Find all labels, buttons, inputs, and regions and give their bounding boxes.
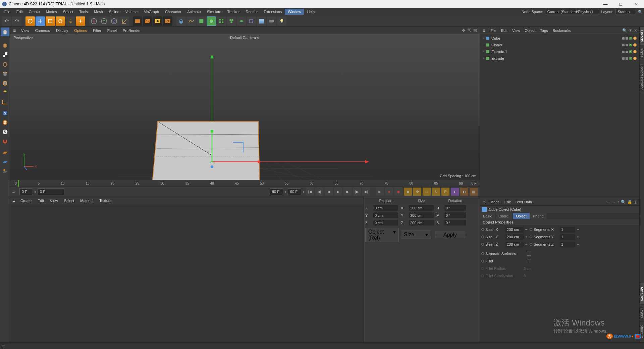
object-row[interactable]: └Cube	[480, 35, 639, 42]
add-camera[interactable]	[267, 16, 276, 26]
goto-start[interactable]: |◀	[306, 188, 314, 196]
prev-key[interactable]: ◀|	[315, 188, 323, 196]
menu-mograph[interactable]: MoGraph	[141, 9, 162, 15]
object-list[interactable]: └Cube└Cloner└Extrude.1└Extrude	[480, 34, 639, 198]
snap-mode[interactable]: S	[1, 128, 9, 136]
hamburger-icon[interactable]: ≡	[2, 343, 5, 349]
x-axis-lock[interactable]: X	[89, 16, 99, 26]
sidetab-layers[interactable]: Layers	[640, 304, 644, 321]
next-key[interactable]: |▶	[353, 188, 361, 196]
snap-settings[interactable]: S	[1, 118, 9, 127]
menu-select[interactable]: Select	[60, 9, 76, 15]
seg-x-input[interactable]	[560, 227, 575, 233]
search-icon[interactable]: 🔍	[622, 28, 627, 33]
snap-toggle[interactable]: S	[1, 109, 9, 117]
size-x-input[interactable]	[505, 227, 524, 233]
record-button[interactable]: ●	[385, 188, 393, 196]
menu-character[interactable]: Character	[162, 9, 184, 15]
play-button[interactable]: ▶	[334, 188, 342, 196]
workplane-mode[interactable]	[1, 60, 9, 68]
matmenu-material[interactable]: Material	[77, 198, 96, 204]
object-row[interactable]: └Extrude.1	[480, 48, 639, 55]
seg-z-input[interactable]	[560, 242, 575, 247]
coord-mode-dd[interactable]: Object (Rel)▾	[365, 228, 399, 242]
matmenu-select[interactable]: Select	[61, 198, 77, 204]
object-mode[interactable]	[1, 41, 9, 50]
menu-file[interactable]: File	[1, 9, 13, 15]
layout-dropdown[interactable]: Startup	[615, 9, 636, 14]
fillet-check[interactable]	[527, 259, 531, 263]
model-mode[interactable]	[1, 28, 9, 36]
move-tool[interactable]	[36, 16, 45, 26]
phong-tag[interactable]	[633, 37, 637, 40]
add-array[interactable]	[217, 16, 226, 26]
add-field[interactable]	[237, 16, 246, 26]
redo-button[interactable]	[12, 16, 21, 26]
render-active[interactable]	[133, 16, 142, 26]
add-generator[interactable]	[197, 16, 206, 26]
lock-icon[interactable]: 🔒	[627, 200, 632, 204]
key-pla[interactable]: ◧	[451, 188, 459, 196]
eye-icon[interactable]: 👁	[629, 28, 633, 33]
search-icon[interactable]: 🔍	[638, 9, 643, 14]
apply-button[interactable]: Apply	[435, 232, 465, 238]
minimize-button[interactable]: —	[598, 0, 613, 8]
z-axis-lock[interactable]: Z	[109, 16, 119, 26]
workplane-1[interactable]	[1, 148, 9, 157]
phong-tag[interactable]	[633, 43, 637, 47]
point-mode[interactable]	[1, 69, 9, 78]
pos-y[interactable]	[373, 212, 398, 218]
record-key[interactable]: ◉	[394, 188, 402, 196]
goto-end[interactable]: ▶|	[362, 188, 370, 196]
rot-b[interactable]	[444, 220, 466, 226]
menu-window[interactable]: Window	[285, 9, 304, 15]
coord-size-dd[interactable]: Size▾	[401, 231, 431, 239]
size-x[interactable]	[409, 205, 434, 211]
x-icon[interactable]: ✕	[634, 28, 637, 33]
poly-mode[interactable]	[1, 88, 9, 97]
menu-mesh[interactable]: Mesh	[91, 9, 106, 15]
fwd-icon[interactable]: →	[612, 200, 616, 204]
key-extra2[interactable]: ▦	[470, 188, 478, 196]
coord-system[interactable]	[119, 16, 129, 26]
keyframe-sel[interactable]: ◆	[404, 188, 412, 196]
edge-mode[interactable]	[1, 79, 9, 87]
playhead[interactable]	[18, 180, 19, 187]
render-dot[interactable]	[626, 37, 628, 40]
frame-total[interactable]	[288, 188, 301, 195]
autokey-toggle[interactable]: ▶	[376, 188, 384, 196]
hamburger-icon[interactable]: ≡	[481, 28, 487, 33]
objmenu-file[interactable]: File	[488, 28, 499, 34]
vp-nav-2[interactable]: ⇱	[468, 28, 471, 33]
close-button[interactable]: ✕	[629, 0, 644, 8]
viewmenu-cameras[interactable]: Cameras	[32, 28, 53, 34]
bullet-icon[interactable]	[481, 228, 484, 231]
matmenu-create[interactable]: Create	[17, 198, 35, 204]
step-fwd[interactable]: ▶	[343, 188, 352, 196]
key-extra1[interactable]: ◐	[460, 188, 468, 196]
vp-nav-1[interactable]: ✥	[462, 28, 466, 33]
add-light[interactable]	[277, 16, 286, 26]
axis-mode[interactable]	[1, 97, 9, 106]
menu-volume[interactable]: Volume	[122, 9, 141, 15]
add-cloner[interactable]	[227, 16, 236, 26]
render-region[interactable]	[143, 16, 152, 26]
search-icon[interactable]: 🔍	[621, 200, 626, 204]
back-icon[interactable]: ←	[607, 200, 611, 204]
rot-h[interactable]	[444, 205, 466, 211]
psr-tool[interactable]: PSR	[66, 16, 75, 26]
menu-simulate[interactable]: Simulate	[204, 9, 224, 15]
menu-modes[interactable]: Modes	[43, 9, 60, 15]
menu-create[interactable]: Create	[26, 9, 43, 15]
add-spline[interactable]	[186, 16, 196, 26]
viewmenu-display[interactable]: Display	[53, 28, 71, 34]
add-deformer[interactable]	[247, 16, 256, 26]
timeline[interactable]: 051015202530354045505560657075808590 0 F	[10, 180, 480, 187]
material-area[interactable]	[10, 204, 364, 343]
magnet-tool[interactable]	[1, 137, 9, 146]
hamburger-icon[interactable]: ≡	[12, 189, 18, 194]
size-y-input[interactable]	[505, 234, 524, 240]
objmenu-object[interactable]: Object	[523, 28, 538, 34]
viewmenu-filter[interactable]: Filter	[90, 28, 104, 34]
add-environment[interactable]	[257, 16, 266, 26]
